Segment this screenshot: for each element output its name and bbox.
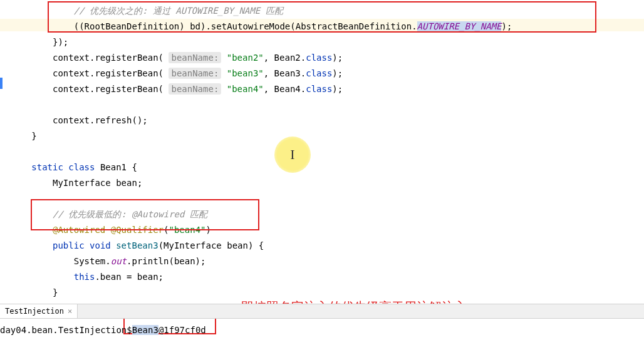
run-tab-bar: TestInjection ×	[0, 304, 644, 319]
code-line[interactable]: // 优先级次之的: 通过 AUTOWIRE_BY_NAME 匹配	[0, 3, 644, 19]
code-line[interactable]: context.registerBean( beanName: "bean2",…	[0, 50, 644, 66]
code-line[interactable]: context.refresh();	[0, 113, 644, 128]
run-tab[interactable]: TestInjection ×	[0, 304, 78, 318]
code-line[interactable]	[0, 144, 644, 160]
method-name: setBean3	[116, 240, 158, 250]
code-line[interactable]: context.registerBean( beanName: "bean3",…	[0, 66, 644, 81]
annotation-autowired: @Autowired	[53, 225, 105, 235]
close-icon[interactable]: ×	[68, 307, 72, 316]
code-line[interactable]: MyInterface bean;	[0, 175, 644, 191]
param-hint: beanName:	[169, 52, 221, 63]
code-line[interactable]: // 优先级最低的: @Autowired 匹配	[0, 207, 644, 222]
code-line[interactable]	[0, 191, 644, 207]
code-editor[interactable]: // 优先级次之的: 通过 AUTOWIRE_BY_NAME 匹配 ((Root…	[0, 0, 644, 301]
param-hint: beanName:	[169, 68, 221, 79]
code-line[interactable]: @Autowired @Qualifier("bean4")	[0, 222, 644, 238]
console-highlighted: Bean3	[132, 325, 158, 335]
tab-label: TestInjection	[5, 307, 64, 316]
comment-text: // 优先级最低的: @Autowired 匹配	[53, 209, 207, 219]
code-line[interactable]: });	[0, 34, 644, 50]
code-line[interactable]: static class Bean1 {	[0, 160, 644, 175]
annotation-qualifier: @Qualifier	[111, 225, 164, 235]
console-output[interactable]: day04.bean.TestInjection$Bean3@1f97cf0d	[0, 325, 206, 335]
code-line[interactable]	[0, 97, 644, 113]
code-line[interactable]: }	[0, 128, 644, 144]
code-line[interactable]: System.out.println(bean);	[0, 254, 644, 269]
code-line[interactable]: public void setBean3(MyInterface bean) {	[0, 238, 644, 254]
comment-text: // 优先级次之的: 通过 AUTOWIRE_BY_NAME 匹配	[74, 6, 283, 16]
param-hint: beanName:	[169, 83, 221, 95]
code-line[interactable]: ((RootBeanDefinition) bd).setAutowireMod…	[0, 19, 644, 34]
code-line[interactable]: this.bean = bean;	[0, 269, 644, 285]
constant-highlighted: AUTOWIRE_BY_NAME	[417, 21, 502, 31]
code-line[interactable]: context.registerBean( beanName: "bean4",…	[0, 81, 644, 97]
